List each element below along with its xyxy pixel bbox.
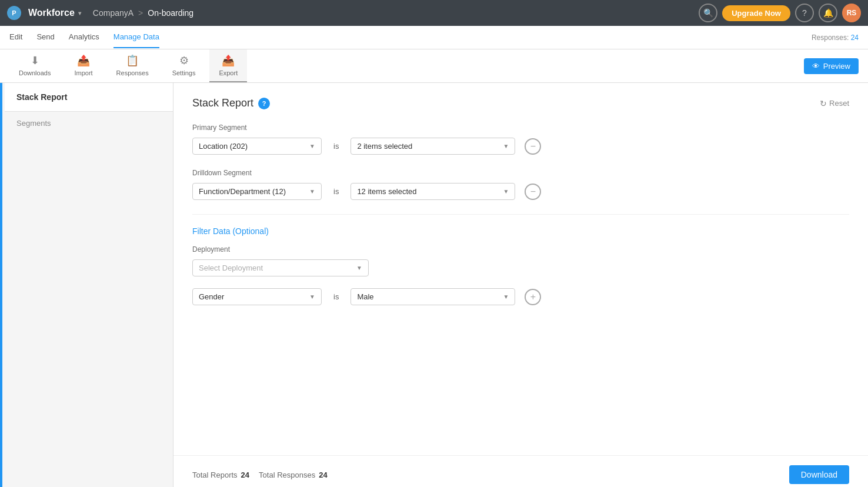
section-header: Stack Report ? ↻ Reset — [192, 97, 849, 109]
gender-value-select[interactable]: Male ▼ — [350, 288, 515, 305]
drilldown-segment-row: Function/Department (12) ▼ is 12 items s… — [192, 183, 849, 200]
toolbar-import[interactable]: 📤 Import — [65, 49, 102, 82]
export-icon: 📤 — [222, 54, 235, 67]
deployment-arrow-icon: ▼ — [356, 265, 362, 271]
gender-value-arrow-icon: ▼ — [503, 293, 509, 300]
primary-segment-group: Primary Segment Location (202) ▼ is 2 it… — [192, 124, 849, 155]
sidebar: Stack Report Segments — [0, 83, 173, 487]
gender-field-arrow-icon: ▼ — [309, 293, 315, 300]
gender-field-select[interactable]: Gender ▼ — [192, 288, 322, 305]
breadcrumb-company[interactable]: CompanyA — [93, 8, 133, 18]
primary-field-arrow-icon: ▼ — [309, 143, 315, 149]
content-panel: Stack Report ? ↻ Reset Primary Segment L… — [173, 83, 868, 487]
gender-add-button[interactable]: + — [525, 289, 541, 305]
reset-button[interactable]: ↻ Reset — [820, 99, 849, 108]
primary-value-arrow-icon: ▼ — [503, 143, 509, 149]
drilldown-field-arrow-icon: ▼ — [309, 188, 315, 195]
app-title: Workforce ▾ — [28, 8, 81, 18]
toolbar-actions: 👁 Preview — [804, 58, 859, 74]
sidebar-title: Stack Report — [5, 83, 173, 112]
responses-count: Responses: 24 — [812, 34, 859, 42]
primary-segment-value-select[interactable]: 2 items selected ▼ — [350, 138, 515, 155]
filter-section-title: Filter Data (Optional) — [192, 226, 849, 236]
primary-segment-row: Location (202) ▼ is 2 items selected ▼ − — [192, 138, 849, 155]
toolbar-downloads[interactable]: ⬇ Downloads — [9, 49, 60, 82]
drilldown-segment-field-select[interactable]: Function/Department (12) ▼ — [192, 183, 322, 200]
nav-edit[interactable]: Edit — [9, 26, 22, 48]
total-responses-value: 24 — [319, 471, 327, 479]
primary-segment-label: Primary Segment — [192, 124, 849, 132]
main-content: Stack Report Segments Stack Report ? ↻ R… — [0, 83, 868, 487]
content-inner: Stack Report ? ↻ Reset Primary Segment L… — [173, 83, 868, 333]
drilldown-segment-label: Drilldown Segment — [192, 169, 849, 177]
total-reports-stat: Total Reports 24 — [192, 471, 249, 479]
total-reports-value: 24 — [241, 471, 249, 479]
settings-icon: ⚙ — [179, 54, 189, 67]
divider — [192, 214, 849, 215]
toolbar-responses[interactable]: 📋 Responses — [107, 49, 158, 82]
toolbar-settings[interactable]: ⚙ Settings — [163, 49, 205, 82]
sidebar-item-segments[interactable]: Segments — [5, 112, 173, 135]
drilldown-operator: is — [331, 187, 341, 196]
total-responses-stat: Total Responses 24 — [259, 471, 328, 479]
filter-section: Filter Data (Optional) Deployment Select… — [192, 226, 849, 305]
logo-icon: P — [7, 6, 21, 20]
notifications-icon[interactable]: 🔔 — [819, 4, 837, 22]
drilldown-segment-value-select[interactable]: 12 items selected ▼ — [350, 183, 515, 200]
toolbar-export[interactable]: 📤 Export — [209, 49, 247, 82]
preview-eye-icon: 👁 — [812, 62, 820, 71]
footer-stats: Total Reports 24 Total Responses 24 — [192, 471, 328, 479]
responses-link[interactable]: 24 — [851, 34, 859, 42]
drilldown-value-arrow-icon: ▼ — [503, 188, 509, 195]
nav-items: Edit Send Analytics Manage Data — [9, 26, 159, 48]
breadcrumb-separator: > — [138, 8, 143, 18]
downloads-icon: ⬇ — [31, 54, 39, 67]
breadcrumb-current: On-boarding — [148, 8, 193, 18]
search-icon[interactable]: 🔍 — [699, 4, 717, 22]
gender-row: Gender ▼ is Male ▼ + — [192, 288, 849, 305]
help-icon[interactable]: ? — [795, 4, 814, 22]
nav-manage-data[interactable]: Manage Data — [113, 26, 159, 48]
drilldown-segment-remove-button[interactable]: − — [525, 184, 541, 200]
primary-operator: is — [331, 142, 341, 151]
app-name: Workforce — [28, 8, 75, 18]
secondary-nav: Edit Send Analytics Manage Data Response… — [0, 26, 868, 49]
content-footer: Total Reports 24 Total Responses 24 Down… — [173, 455, 868, 487]
deployment-row: Select Deployment ▼ — [192, 259, 849, 276]
deployment-select[interactable]: Select Deployment ▼ — [192, 259, 369, 276]
sidebar-accent — [0, 83, 2, 487]
nav-analytics[interactable]: Analytics — [69, 26, 99, 48]
upgrade-button[interactable]: Upgrade Now — [722, 5, 790, 21]
reset-icon: ↻ — [820, 99, 827, 108]
gender-operator: is — [331, 292, 341, 301]
avatar[interactable]: RS — [842, 4, 861, 22]
app-dropdown-icon[interactable]: ▾ — [78, 10, 81, 16]
toolbar: ⬇ Downloads 📤 Import 📋 Responses ⚙ Setti… — [0, 49, 868, 83]
top-bar-actions: 🔍 Upgrade Now ? 🔔 RS — [699, 4, 861, 22]
top-bar: P Workforce ▾ CompanyA > On-boarding 🔍 U… — [0, 0, 868, 26]
title-help-icon[interactable]: ? — [258, 98, 270, 109]
download-button[interactable]: Download — [789, 465, 849, 484]
import-icon: 📤 — [77, 54, 90, 67]
preview-button[interactable]: 👁 Preview — [804, 58, 859, 74]
sidebar-inner: Stack Report Segments — [5, 83, 173, 487]
drilldown-segment-group: Drilldown Segment Function/Department (1… — [192, 169, 849, 200]
deployment-label: Deployment — [192, 245, 849, 253]
nav-send[interactable]: Send — [36, 26, 54, 48]
responses-icon: 📋 — [126, 54, 139, 67]
primary-segment-field-select[interactable]: Location (202) ▼ — [192, 138, 322, 155]
primary-segment-remove-button[interactable]: − — [525, 138, 541, 155]
section-title: Stack Report ? — [192, 97, 270, 109]
breadcrumb: CompanyA > On-boarding — [93, 8, 193, 18]
